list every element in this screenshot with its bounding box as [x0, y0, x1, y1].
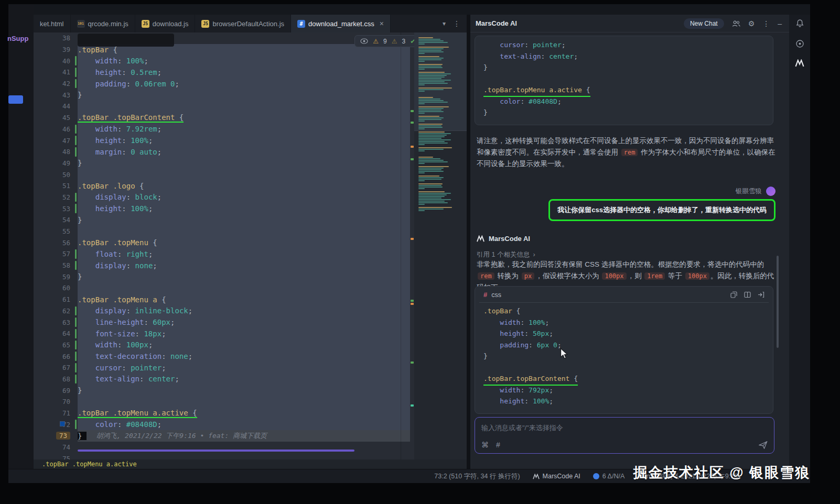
editor-line[interactable]: 58 display: none;: [34, 260, 410, 271]
code-token: ;: [157, 68, 161, 76]
editor-error-stripe[interactable]: [410, 32, 414, 459]
code-cell: [78, 453, 410, 459]
code-token: font-size: [95, 330, 135, 338]
code-token: [483, 330, 500, 337]
editor-line[interactable]: 75: [34, 453, 410, 459]
horizontal-scrollbar[interactable]: [78, 450, 354, 452]
chat-scrollbar[interactable]: [777, 256, 779, 348]
hash-command-icon[interactable]: #: [496, 441, 500, 449]
editor-line[interactable]: 52 display: block;: [34, 192, 410, 203]
code-cell: display: inline-block;: [78, 305, 410, 317]
editor-line[interactable]: 47 height: 100%;: [34, 135, 410, 146]
editor-line[interactable]: 63 line-height: 60px;: [34, 316, 410, 328]
minimap-line: [418, 116, 439, 117]
code-token: [78, 261, 95, 270]
code-line: .topBar.topMenu a.active {: [483, 84, 764, 96]
inline-code: 100px: [602, 272, 626, 280]
active-tool-indicator[interactable]: [8, 95, 23, 104]
diff-status[interactable]: 6 Δ/N/A: [593, 473, 624, 480]
bell-icon[interactable]: [795, 19, 804, 28]
editor-line[interactable]: 56.topBar .topMenu {: [34, 237, 410, 248]
editor-line[interactable]: 42 padding: 0.06rem 0;: [34, 78, 410, 90]
code-token: :: [126, 261, 135, 270]
close-icon[interactable]: ×: [380, 20, 384, 27]
code-cell: }: [78, 89, 410, 101]
code-token: [483, 97, 500, 105]
editor-lines: 3839.topBar {40 width: 100%;41 height: 0…: [34, 32, 410, 459]
js-file-icon: JS: [142, 20, 149, 28]
diff-view-icon[interactable]: [744, 291, 751, 298]
editor-line[interactable]: 67 cursor: pointer;: [34, 362, 410, 374]
editor-tab[interactable]: JSbrowserDefaultAction.js: [195, 15, 291, 32]
code-token: }: [78, 216, 82, 224]
editor-line[interactable]: 48 margin: 0 auto;: [34, 146, 410, 158]
editor-line[interactable]: 46 width: 7.92rem;: [34, 124, 410, 135]
copy-icon[interactable]: [730, 291, 737, 298]
editor-line[interactable]: 59}: [34, 271, 410, 282]
kebab-menu-icon[interactable]: ⋮: [762, 20, 770, 27]
send-icon[interactable]: [759, 441, 768, 449]
code-token: [78, 250, 95, 258]
editor-line[interactable]: 64 font-size: 18px;: [34, 328, 410, 339]
editor-line[interactable]: 55: [34, 226, 410, 237]
code-token: :: [117, 250, 126, 258]
code-editor[interactable]: 3839.topBar {40 width: 100%;41 height: 0…: [34, 32, 467, 459]
editor-tab[interactable]: 101qrcode.min.js: [71, 15, 135, 32]
editor-tab[interactable]: JSdownload.js: [135, 15, 196, 32]
editor-tab[interactable]: ket.html: [34, 15, 71, 32]
marscode-status[interactable]: MarsCode AI: [533, 473, 580, 480]
code-token: :: [529, 341, 537, 349]
editor-line[interactable]: 71.topBar .topMenu a.active {: [34, 408, 410, 419]
line-number: 42: [62, 80, 70, 87]
minimap-line: [418, 187, 443, 188]
editor-line[interactable]: 60: [34, 282, 410, 294]
editor-line[interactable]: 73}胡鸿飞, 2021/2/22 下午9:16 • feat: 商城下载页: [34, 430, 410, 442]
editor-line[interactable]: 40 width: 100%;: [34, 55, 410, 67]
gutter-cell: 48: [34, 146, 78, 158]
chevron-down-icon[interactable]: ▾: [443, 20, 446, 27]
editor-line[interactable]: 53 height: 100%;: [34, 203, 410, 214]
editor-line[interactable]: 62 display: inline-block;: [34, 305, 410, 317]
editor-line[interactable]: 72 color: #08408D;: [34, 419, 410, 430]
gutter-cell: 65: [34, 339, 78, 351]
editor-line[interactable]: 66 text-decoration: none;: [34, 350, 410, 362]
kebab-menu-icon[interactable]: ⋮: [453, 19, 460, 28]
editor-line[interactable]: 61.topBar .topMenu a {: [34, 294, 410, 305]
gear-icon[interactable]: ⚙: [748, 20, 755, 27]
chat-input-box[interactable]: 输入消息或者"/"来选择指令 ⌘ #: [475, 417, 774, 454]
panel-divider[interactable]: [467, 15, 470, 469]
code-token: [78, 125, 95, 133]
editor-line[interactable]: 57 float: right;: [34, 248, 410, 260]
marscode-tool-icon[interactable]: [795, 59, 804, 67]
editor-tab[interactable]: #download_market.css×: [291, 15, 391, 32]
command-icon[interactable]: ⌘: [481, 441, 489, 449]
insert-code-icon[interactable]: [758, 291, 764, 298]
minimize-icon[interactable]: –: [778, 20, 782, 27]
editor-line[interactable]: 43}: [34, 89, 410, 101]
code-cell: display: none;: [78, 260, 410, 271]
editor-line[interactable]: 41 height: 0.5rem;: [34, 67, 410, 78]
editor-line[interactable]: 68 text-align: center;: [34, 374, 410, 385]
avatar[interactable]: [766, 187, 776, 196]
editor-line[interactable]: 65 width: 100px;: [34, 339, 410, 351]
editor-line[interactable]: 49}: [34, 158, 410, 169]
editor-line[interactable]: 69}: [34, 385, 410, 396]
breadcrumb[interactable]: .topBar .topMenu a.active: [42, 461, 137, 468]
editor-line[interactable]: 44: [34, 101, 410, 112]
minimap[interactable]: [414, 32, 467, 459]
editor-line[interactable]: 45.topBar .topBarContent {: [34, 112, 410, 124]
caret-position-status[interactable]: 73:2 (510 字符, 34 行 换行符): [434, 472, 520, 481]
new-chat-button[interactable]: New Chat: [684, 18, 724, 29]
minimap-line: [418, 147, 452, 148]
ai-chat-icon[interactable]: [795, 39, 804, 48]
code-token: height: [95, 204, 122, 213]
people-icon[interactable]: [732, 20, 740, 27]
minimap-line: [418, 141, 445, 142]
reference-toggle[interactable]: 引用 1 个相关信息›: [477, 250, 535, 259]
editor-line[interactable]: 54}: [34, 214, 410, 226]
editor-line[interactable]: 50: [34, 169, 410, 180]
color-swatch[interactable]: [60, 421, 65, 426]
editor-line[interactable]: 70: [34, 396, 410, 408]
hash-icon: #: [483, 291, 487, 299]
editor-line[interactable]: 51.topBar .logo {: [34, 180, 410, 192]
